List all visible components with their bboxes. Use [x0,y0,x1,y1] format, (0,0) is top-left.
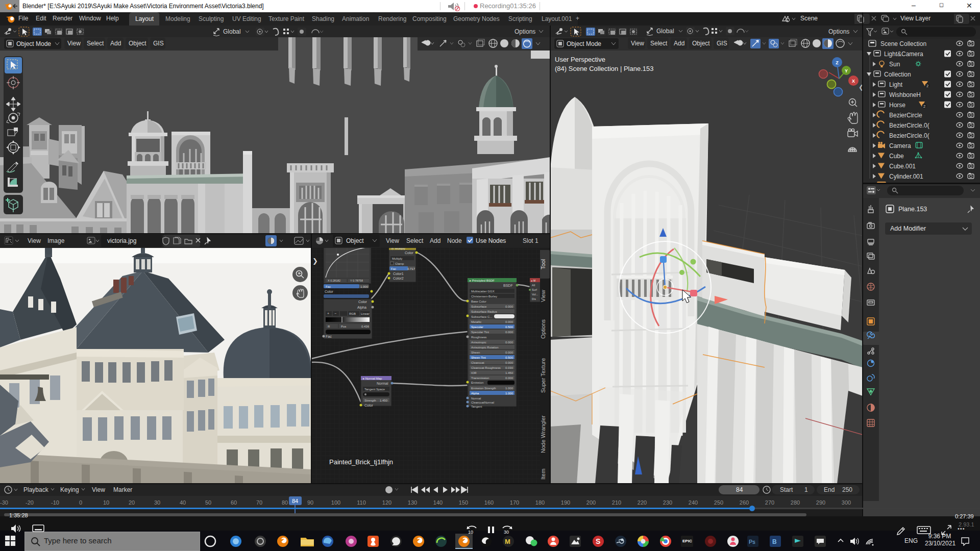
svg-text:M: M [505,538,510,545]
svg-text:0.000: 0.000 [505,351,513,354]
svg-text:Normal: Normal [377,382,388,385]
svg-text:0.717: 0.717 [407,267,415,270]
svg-text:Pos: Pos [341,325,346,328]
svg-text:BezierCircle.0(: BezierCircle.0( [889,132,929,139]
svg-text:Color: Color [325,290,333,293]
svg-text:90: 90 [307,499,313,506]
svg-text:Fac: Fac [326,335,332,338]
svg-text:Transmission: Transmission [471,377,489,380]
svg-text:200: 200 [586,499,596,506]
svg-text:Cube: Cube [889,153,904,160]
svg-text:280: 280 [791,499,800,506]
svg-text:Color: Color [358,300,367,304]
svg-text:270: 270 [765,499,774,506]
svg-text:84: 84 [736,486,743,493]
svg-text:0.500: 0.500 [505,356,513,359]
svg-text:B: B [772,538,777,545]
svg-text:EPIC: EPIC [682,539,692,543]
svg-text:0.500: 0.500 [505,325,513,329]
svg-text:Color: Color [405,251,413,255]
svg-text:300: 300 [842,499,851,506]
svg-text:0.000: 0.000 [505,320,513,323]
svg-text:Keying: Keying [60,486,79,493]
svg-text:2: 2 [926,84,928,88]
svg-text:0.000: 0.000 [505,377,513,380]
svg-text:1.450: 1.450 [505,371,513,374]
svg-text:▸ Normal Map: ▸ Normal Map [363,377,382,380]
svg-text:Dis: Dis [532,297,536,300]
svg-text:Object Mode: Object Mode [567,40,601,47]
svg-text:RGB: RGB [349,312,356,315]
svg-text:100: 100 [331,499,340,506]
svg-text:230: 230 [663,499,672,506]
svg-text:Specular: Specular [471,325,483,329]
svg-text:Vol...: Vol... [532,293,538,296]
svg-text:IOR: IOR [471,371,477,374]
svg-text:Subsurface C...: Subsurface C... [471,315,493,318]
svg-text:Add Modifier: Add Modifier [890,225,926,232]
svg-text:Global: Global [223,28,241,35]
svg-text:Collection: Collection [884,71,911,78]
svg-text:Sheen: Sheen [471,351,480,354]
svg-text:▸ Principled BSDF: ▸ Principled BSDF [470,279,495,282]
svg-text:260: 260 [740,499,749,506]
svg-text:Tangent: Tangent [471,405,482,408]
svg-text:Subsurface: Subsurface [471,305,487,308]
svg-text:0.000: 0.000 [505,341,513,344]
svg-text:0.436: 0.436 [361,325,370,328]
svg-text:BezierCircle: BezierCircle [889,112,922,119]
svg-text:Surf: Surf [532,288,537,291]
svg-text:Clearcoat Roughness: Clearcoat Roughness [471,366,501,369]
svg-text:Painted_Brick_tj1lfhjn: Painted_Brick_tj1lfhjn [329,458,393,466]
svg-text:Cylinder.001: Cylinder.001 [889,173,923,180]
svg-text:2: 2 [923,104,925,109]
svg-text:30: 30 [504,530,509,535]
svg-text:Color: Color [364,404,373,407]
svg-text:10: 10 [468,530,473,535]
svg-text:Horse: Horse [889,102,905,109]
svg-text:Start: Start [780,486,793,493]
svg-text:Sheen Tint: Sheen Tint [471,356,486,359]
svg-text:Linear: Linear [361,312,370,315]
svg-text:+: + [327,312,329,315]
svg-text:Playback: Playback [23,486,49,493]
svg-text:Sun: Sun [889,61,900,68]
svg-text:Fac: Fac [326,285,331,288]
svg-text:0.000: 0.000 [505,331,513,334]
svg-text:130: 130 [408,499,417,506]
svg-text:1.450: 1.450 [380,399,388,402]
svg-text:Camera: Camera [889,142,911,149]
svg-text:0.000: 0.000 [505,305,513,308]
svg-text:X: X [852,79,855,84]
svg-text:Emission: Emission [471,381,483,384]
svg-text:Object: Object [346,237,364,244]
svg-text:30: 30 [154,499,160,506]
svg-text:Roughness: Roughness [471,336,486,339]
svg-text:240: 240 [689,499,698,506]
svg-text:Tangent Space: Tangent Space [364,388,385,391]
svg-text:End: End [824,486,835,493]
svg-text:Christensen-Burley: Christensen-Burley [471,295,497,298]
svg-text:140: 140 [433,499,443,506]
svg-text:Normal: Normal [471,397,481,400]
svg-text:-10: -10 [51,499,59,506]
svg-text:Fac: Fac [391,267,396,270]
svg-text:-30: -30 [0,499,8,506]
svg-text:50: 50 [205,499,211,506]
svg-text:Light: Light [889,81,903,88]
svg-text:250: 250 [842,486,852,493]
svg-text:Anisotropic: Anisotropic [471,341,486,344]
svg-text:110: 110 [357,499,366,506]
svg-text:170: 170 [510,499,519,506]
svg-text:Y: Y [845,68,848,73]
svg-text:Alpha: Alpha [357,306,366,310]
svg-text:User Perspective: User Perspective [555,56,605,63]
svg-text:Multiply: Multiply [392,257,402,260]
svg-text:Anisotropic Rotation: Anisotropic Rotation [471,346,499,349]
svg-text:1: 1 [804,486,808,493]
svg-text:290: 290 [816,499,825,506]
svg-text:Object Mode: Object Mode [16,40,51,47]
svg-text:160: 160 [484,499,494,506]
svg-text:0.000: 0.000 [505,361,513,364]
svg-text:180: 180 [535,499,545,506]
